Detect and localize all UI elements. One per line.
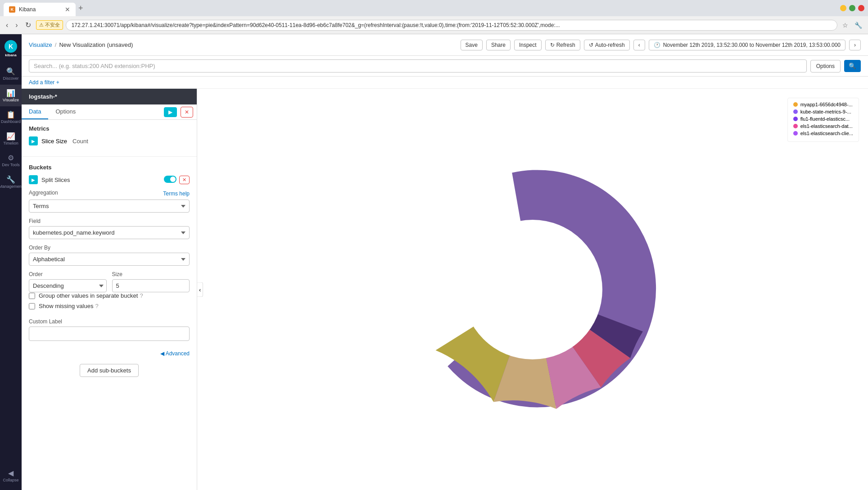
extensions-button[interactable]: 🔧 xyxy=(852,20,864,30)
save-button[interactable]: Save xyxy=(461,40,483,50)
sidebar-label-devtools: Dev Tools xyxy=(2,163,19,167)
time-range-picker[interactable]: 🕐 November 12th 2019, 13:52:30.000 to No… xyxy=(649,40,845,50)
collapse-panel-toggle[interactable]: ‹ xyxy=(197,282,203,297)
tab-options[interactable]: Options xyxy=(48,104,83,119)
app: K kibana 🔍 Discover 📊 Visualize 📋 Dashbo… xyxy=(0,34,868,490)
sidebar-item-visualize[interactable]: 📊 Visualize xyxy=(0,85,22,106)
sidebar-item-devtools[interactable]: ⚙ Dev Tools xyxy=(0,150,22,171)
advanced-link[interactable]: ◀ Advanced xyxy=(160,350,190,357)
new-tab-button[interactable]: + xyxy=(76,4,86,13)
reload-button[interactable]: ↻ xyxy=(23,20,33,30)
inspect-label: Inspect xyxy=(519,42,537,48)
dashboard-icon: 📋 xyxy=(6,110,15,119)
inspect-button[interactable]: Inspect xyxy=(514,40,542,50)
sidebar-item-dashboard[interactable]: 📋 Dashboard xyxy=(0,106,22,128)
search-bar: Options 🔍 xyxy=(22,56,868,77)
order-select[interactable]: Descending xyxy=(29,279,107,292)
save-label: Save xyxy=(466,42,478,48)
active-tab[interactable]: K Kibana ✕ xyxy=(4,3,76,16)
filter-bar: Add a filter + xyxy=(22,77,868,89)
refresh-cycle-icon: ↺ xyxy=(589,42,593,48)
legend-item-4: els1-elasticsearch-clie... xyxy=(793,131,853,136)
security-text: 不安全 xyxy=(45,22,60,28)
browser-actions: ☆ 🔧 xyxy=(840,20,864,30)
legend-dot-0 xyxy=(793,102,798,107)
management-icon: 🔧 xyxy=(6,175,15,184)
order-label: Order xyxy=(29,271,107,277)
options-button[interactable]: Options xyxy=(810,60,841,73)
group-other-help-icon[interactable]: ? xyxy=(140,292,143,299)
refresh-label: Refresh xyxy=(556,42,575,48)
search-button[interactable]: 🔍 xyxy=(844,60,861,72)
order-by-select[interactable]: Alphabetical xyxy=(29,253,190,266)
divider-1 xyxy=(22,156,197,157)
order-by-label: Order By xyxy=(29,245,190,251)
window-controls xyxy=(840,5,864,11)
field-select[interactable]: kubernetes.pod_name.keyword xyxy=(29,226,190,239)
add-filter-button[interactable]: Add a filter + xyxy=(29,79,861,86)
time-prev-button[interactable]: ‹ xyxy=(633,40,645,50)
search-input[interactable] xyxy=(29,59,807,73)
browser-chrome: K Kibana ✕ + xyxy=(0,0,868,16)
breadcrumb-visualize[interactable]: Visualize xyxy=(29,41,52,48)
donut-chart-svg xyxy=(393,150,672,429)
maximize-button[interactable] xyxy=(849,5,855,11)
share-button[interactable]: Share xyxy=(486,40,511,50)
slice-size-label: Slice Size xyxy=(41,138,67,145)
collapse-button[interactable]: ◀ Collapse xyxy=(0,465,22,486)
bucket-controls: ✕ xyxy=(164,176,190,184)
field-label: Field xyxy=(29,218,190,224)
auto-refresh-button[interactable]: ↺ Auto-refresh xyxy=(584,40,630,50)
sidebar-item-management[interactable]: 🔧 Management xyxy=(0,171,22,193)
refresh-button[interactable]: ↻ Refresh xyxy=(545,40,580,50)
add-sub-buckets-section: Add sub-buckets xyxy=(22,360,197,384)
topbar: Visualize / New Visualization (unsaved) … xyxy=(22,34,868,56)
tab-data[interactable]: Data xyxy=(22,104,48,119)
show-missing-checkbox[interactable] xyxy=(29,303,35,309)
close-window-button[interactable] xyxy=(858,5,864,11)
timelion-icon: 📈 xyxy=(6,132,15,141)
legend-item-3: els1-elasticsearch-dat... xyxy=(793,123,853,129)
legend-dot-1 xyxy=(793,109,798,114)
back-button[interactable]: ‹ xyxy=(4,20,10,30)
legend-label-3: els1-elasticsearch-dat... xyxy=(800,123,853,129)
share-label: Share xyxy=(491,42,506,48)
metric-row: ▶ Slice Size Count xyxy=(29,136,190,145)
run-button[interactable]: ▶ xyxy=(164,107,177,117)
split-slices-toggle[interactable] xyxy=(164,176,176,183)
show-missing-help-icon[interactable]: ? xyxy=(95,303,98,309)
minimize-button[interactable] xyxy=(840,5,846,11)
group-other-label: Group other values in separate bucket ? xyxy=(39,292,143,299)
kibana-logo: K kibana xyxy=(0,38,22,59)
url-bar[interactable]: 172.27.1.241:30071/app/kibana#/visualize… xyxy=(66,20,837,31)
order-col: Order Descending xyxy=(29,271,107,292)
left-panel: logstash-* Data Options ▶ ✕ Metrics ▶ Sl… xyxy=(22,89,197,490)
terms-help-link[interactable]: Terms help xyxy=(163,191,190,197)
tab-close-button[interactable]: ✕ xyxy=(65,6,70,13)
discard-button[interactable]: ✕ xyxy=(181,107,193,118)
size-input[interactable]: 5 xyxy=(112,279,190,292)
panel-tabs: Data Options ▶ ✕ xyxy=(22,104,197,120)
main-content: Visualize / New Visualization (unsaved) … xyxy=(22,34,868,490)
size-label: Size xyxy=(112,271,190,277)
bookmark-button[interactable]: ☆ xyxy=(840,20,850,30)
visualize-icon: 📊 xyxy=(6,89,15,97)
forward-button[interactable]: › xyxy=(13,20,20,30)
legend-dot-2 xyxy=(793,117,798,121)
add-sub-buckets-button[interactable]: Add sub-buckets xyxy=(80,364,139,377)
aggregation-select[interactable]: Terms xyxy=(29,200,190,213)
custom-label-label: Custom Label xyxy=(29,318,190,325)
sidebar-item-timelion[interactable]: 📈 Timelion xyxy=(0,128,22,150)
group-other-checkbox[interactable] xyxy=(29,293,35,299)
chart-area: ‹ xyxy=(197,89,868,490)
field-group: Field kubernetes.pod_name.keyword xyxy=(29,218,190,239)
remove-split-button[interactable]: ✕ xyxy=(179,176,190,184)
time-next-button[interactable]: › xyxy=(849,40,861,50)
custom-label-input[interactable] xyxy=(29,327,190,341)
advanced-section: ◀ Advanced xyxy=(22,346,197,360)
time-range-text: November 12th 2019, 13:52:30.000 to Nove… xyxy=(663,42,841,48)
breadcrumb: Visualize / New Visualization (unsaved) xyxy=(29,41,133,48)
order-size-row: Order Descending Size 5 xyxy=(29,271,190,292)
content: logstash-* Data Options ▶ ✕ Metrics ▶ Sl… xyxy=(22,89,868,490)
sidebar-item-discover[interactable]: 🔍 Discover xyxy=(0,63,22,85)
